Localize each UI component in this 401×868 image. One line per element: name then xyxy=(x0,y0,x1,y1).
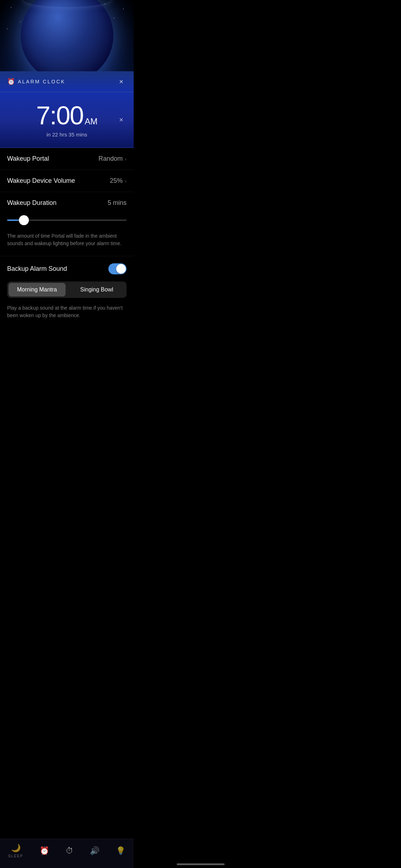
wakeup-portal-value: Random xyxy=(98,155,123,162)
planet-graphic xyxy=(21,0,113,71)
wakeup-volume-value: 25% xyxy=(110,177,123,185)
wakeup-portal-value-group: Random › xyxy=(98,155,127,162)
wakeup-volume-value-group: 25% › xyxy=(110,177,127,185)
slider-thumb[interactable] xyxy=(19,215,29,225)
wakeup-volume-row[interactable]: Wakeup Device Volume 25% › xyxy=(0,170,134,192)
time-section: 7:00 AM in 22 hrs 35 mins × xyxy=(0,92,134,148)
sound-selector: Morning Mantra Singing Bowl xyxy=(7,281,127,298)
settings-container: Wakeup Portal Random › Wakeup Device Vol… xyxy=(0,148,134,328)
time-display: 7:00 AM xyxy=(7,101,127,130)
duration-description: The amount of time Portal will fade in t… xyxy=(7,232,127,247)
toggle-knob xyxy=(116,264,126,274)
duration-header: Wakeup Duration 5 mins xyxy=(7,199,127,207)
duration-value: 5 mins xyxy=(108,199,127,207)
wakeup-duration-section: Wakeup Duration 5 mins The amount of tim… xyxy=(0,192,134,256)
header-title: ALARM CLOCK xyxy=(18,79,65,84)
backup-alarm-header: Backup Alarm Sound xyxy=(7,263,127,274)
backup-alarm-label: Backup Alarm Sound xyxy=(7,265,67,273)
time-close-button[interactable]: × xyxy=(116,115,127,125)
wakeup-portal-label: Wakeup Portal xyxy=(7,155,49,162)
slider-track xyxy=(7,219,127,221)
duration-slider-container[interactable] xyxy=(7,213,127,227)
morning-mantra-label: Morning Mantra xyxy=(17,286,57,293)
time-main: 7:00 xyxy=(36,101,83,130)
time-subtitle: in 22 hrs 35 mins xyxy=(7,131,127,138)
header-title-group: ⏰ ALARM CLOCK xyxy=(7,78,65,86)
singing-bowl-label: Singing Bowl xyxy=(80,286,113,293)
backup-alarm-toggle[interactable] xyxy=(108,263,127,274)
alarm-clock-icon: ⏰ xyxy=(7,78,15,86)
wakeup-portal-chevron-icon: › xyxy=(125,156,127,162)
wakeup-volume-label: Wakeup Device Volume xyxy=(7,177,75,185)
hero-section xyxy=(0,0,134,71)
backup-alarm-section: Backup Alarm Sound Morning Mantra Singin… xyxy=(0,256,134,328)
wakeup-volume-chevron-icon: › xyxy=(125,178,127,184)
sound-option-singing-bowl[interactable]: Singing Bowl xyxy=(67,281,127,298)
sound-option-morning-mantra[interactable]: Morning Mantra xyxy=(9,283,66,296)
duration-label: Wakeup Duration xyxy=(7,199,56,207)
backup-alarm-description: Play a backup sound at the alarm time if… xyxy=(7,304,127,319)
wakeup-portal-row[interactable]: Wakeup Portal Random › xyxy=(0,148,134,170)
header-bar: ⏰ ALARM CLOCK × xyxy=(0,71,134,92)
time-ampm: AM xyxy=(85,117,98,126)
header-close-button[interactable]: × xyxy=(116,76,127,87)
